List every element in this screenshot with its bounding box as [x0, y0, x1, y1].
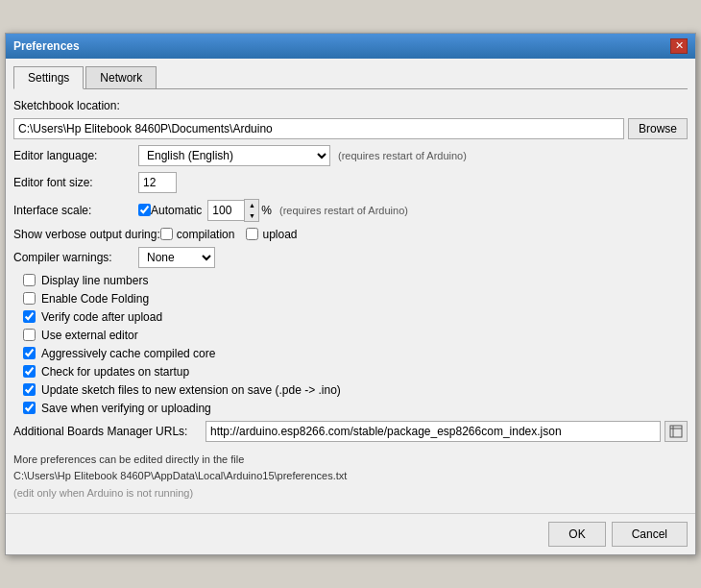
compilation-label: compilation [177, 228, 235, 241]
close-button[interactable]: ✕ [670, 38, 688, 54]
verbose-row: Show verbose output during: compilation … [13, 228, 688, 241]
title-bar: Preferences ✕ [6, 34, 695, 59]
save-when-verifying-checkbox[interactable] [23, 402, 36, 414]
info-line2: C:\Users\Hp Elitebook 8460P\AppData\Loca… [13, 468, 688, 485]
checkboxes-section: Display line numbers Enable Code Folding… [13, 274, 688, 415]
scale-spinner: ▲ ▼ [207, 199, 259, 222]
automatic-label: Automatic [151, 204, 202, 217]
checkbox-row-7: Save when verifying or uploading [13, 402, 688, 415]
spinner-up-button[interactable]: ▲ [245, 200, 258, 210]
checkbox-row-0: Display line numbers [13, 274, 688, 287]
update-sketch-files-label: Update sketch files to new extension on … [41, 383, 341, 397]
percent-label: % [261, 204, 272, 217]
automatic-checkbox[interactable] [138, 204, 151, 216]
code-folding-checkbox[interactable] [23, 292, 36, 305]
sketchbook-input[interactable] [13, 118, 624, 139]
editor-font-size-label: Editor font size: [13, 176, 138, 189]
sketchbook-input-row: Browse [13, 118, 688, 139]
ok-button[interactable]: OK [548, 522, 605, 547]
window-title: Preferences [13, 39, 80, 53]
editor-language-select[interactable]: English (English) [138, 145, 330, 166]
editor-language-hint: (requires restart of Arduino) [338, 150, 467, 161]
cancel-button[interactable]: Cancel [612, 522, 688, 547]
info-line1: More preferences can be edited directly … [13, 452, 688, 469]
check-updates-checkbox[interactable] [23, 365, 36, 378]
verify-after-upload-label: Verify code after upload [41, 310, 162, 324]
verify-after-upload-checkbox[interactable] [23, 310, 36, 323]
info-line3: (edit only when Arduino is not running) [13, 485, 688, 502]
cache-compiled-core-label: Aggressively cache compiled core [41, 347, 215, 360]
update-sketch-files-checkbox[interactable] [23, 383, 36, 396]
verbose-label: Show verbose output during: [13, 228, 160, 241]
tab-settings[interactable]: Settings [13, 66, 84, 89]
editor-font-size-input[interactable] [138, 172, 177, 193]
save-when-verifying-label: Save when verifying or uploading [41, 402, 211, 415]
checkbox-row-3: Use external editor [13, 329, 688, 342]
edit-icon [669, 425, 683, 438]
spinner-buttons: ▲ ▼ [244, 199, 259, 222]
upload-label: upload [262, 228, 297, 241]
checkbox-row-1: Enable Code Folding [13, 292, 688, 306]
display-line-numbers-checkbox[interactable] [23, 274, 36, 286]
external-editor-label: Use external editor [41, 329, 138, 342]
sketchbook-label: Sketchbook location: [13, 99, 138, 112]
compiler-warnings-label: Compiler warnings: [13, 251, 138, 264]
compiler-dropdown-row: None Default More All [138, 247, 215, 268]
additional-urls-edit-button[interactable] [665, 421, 688, 442]
display-line-numbers-label: Display line numbers [41, 274, 148, 287]
tabs-bar: Settings Network [13, 66, 688, 89]
verbose-options: compilation upload [160, 228, 309, 241]
info-section: More preferences can be edited directly … [13, 448, 688, 506]
scale-input[interactable] [207, 200, 244, 221]
compiler-warnings-select[interactable]: None Default More All [138, 247, 215, 268]
content-area: Settings Network Sketchbook location: Br… [6, 59, 695, 514]
sketchbook-row: Sketchbook location: [13, 99, 688, 112]
checkbox-row-6: Update sketch files to new extension on … [13, 383, 688, 397]
interface-scale-row: Interface scale: Automatic ▲ ▼ % (requir… [13, 199, 688, 222]
checkbox-row-4: Aggressively cache compiled core [13, 347, 688, 360]
external-editor-checkbox[interactable] [23, 329, 36, 341]
cache-compiled-core-checkbox[interactable] [23, 347, 36, 359]
scale-hint: (requires restart of Arduino) [279, 205, 408, 216]
preferences-window: Preferences ✕ Settings Network Sketchboo… [5, 33, 696, 556]
check-updates-label: Check for updates on startup [41, 365, 189, 379]
tab-network[interactable]: Network [85, 66, 157, 88]
additional-urls-label: Additional Boards Manager URLs: [13, 425, 205, 438]
editor-language-row: Editor language: English (English) (requ… [13, 145, 688, 166]
additional-urls-input[interactable] [205, 421, 661, 442]
interface-scale-label: Interface scale: [13, 204, 138, 217]
compiler-warnings-row: Compiler warnings: None Default More All [13, 247, 688, 268]
browse-button[interactable]: Browse [628, 118, 688, 139]
bottom-bar: OK Cancel [6, 513, 695, 554]
editor-language-label: Editor language: [13, 149, 138, 162]
verbose-compilation: compilation [160, 228, 235, 241]
svg-rect-0 [670, 426, 682, 437]
additional-urls-row: Additional Boards Manager URLs: [13, 421, 688, 442]
compilation-checkbox[interactable] [160, 228, 173, 240]
code-folding-label: Enable Code Folding [41, 292, 149, 306]
editor-font-size-row: Editor font size: [13, 172, 688, 193]
verbose-upload: upload [246, 228, 297, 241]
spinner-down-button[interactable]: ▼ [245, 210, 258, 221]
upload-checkbox[interactable] [246, 228, 258, 240]
checkbox-row-2: Verify code after upload [13, 310, 688, 324]
checkbox-row-5: Check for updates on startup [13, 365, 688, 379]
